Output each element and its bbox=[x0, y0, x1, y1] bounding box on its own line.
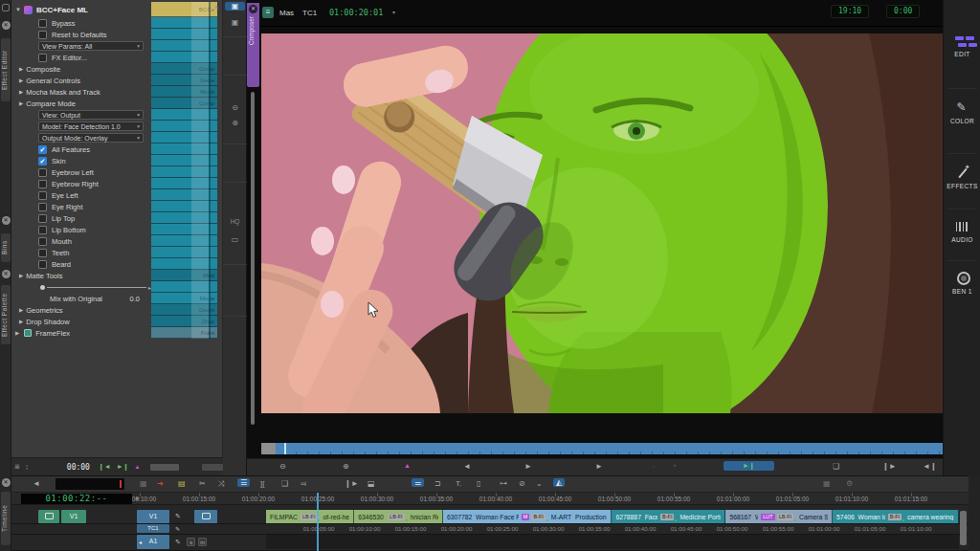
expand-triangle-icon[interactable]: ▶ bbox=[15, 330, 19, 336]
keyframe-track[interactable] bbox=[151, 109, 217, 121]
viewer-position-bar[interactable] bbox=[261, 443, 943, 454]
timeline-vertical-scrollbar[interactable] bbox=[960, 511, 967, 545]
checkbox-lip-top[interactable] bbox=[38, 214, 47, 223]
timeline-timecode[interactable]: 01:00:22:-- bbox=[21, 494, 132, 504]
bin-icon[interactable]: ▦ bbox=[140, 479, 147, 488]
play-icon[interactable]: ► bbox=[595, 462, 603, 471]
dropdown-view-params-all[interactable]: View Params: All▾ bbox=[38, 41, 144, 51]
tc1-track-button[interactable]: TC1 bbox=[137, 524, 169, 533]
keyframe-track[interactable]: Gene bbox=[151, 75, 217, 86]
close-icon[interactable]: ✕ bbox=[2, 270, 11, 278]
monitor-icon[interactable]: ▭ bbox=[225, 235, 245, 244]
checkbox-eyebrow-right[interactable] bbox=[38, 180, 47, 188]
zoom-in-icon[interactable]: ⊕ bbox=[225, 119, 245, 127]
go-to-prev-edit-icon[interactable]: ◄❙ bbox=[923, 462, 937, 471]
go-to-next-edit-icon[interactable]: ❙► bbox=[882, 462, 897, 471]
source-menu-icon[interactable]: ≡ bbox=[262, 7, 274, 18]
expand-triangle-icon[interactable]: ▶ bbox=[19, 89, 23, 95]
workspace-ben-1[interactable]: BEN 1 bbox=[944, 272, 980, 295]
keyframe-track[interactable] bbox=[151, 178, 217, 189]
track-monitor-button[interactable] bbox=[194, 510, 217, 523]
sync-lock-icon[interactable]: ⫤ bbox=[301, 479, 306, 489]
expand-triangle-icon[interactable]: ▶ bbox=[19, 319, 23, 324]
scroll-up-icon[interactable]: ▲ bbox=[213, 4, 219, 10]
grid-icon[interactable]: ▦ bbox=[823, 479, 831, 488]
keyframe-track[interactable] bbox=[151, 247, 217, 258]
keyframe-track[interactable] bbox=[151, 40, 217, 52]
workspace-audio[interactable]: AUDIO bbox=[944, 220, 980, 243]
timeline-tc-display[interactable] bbox=[56, 478, 124, 490]
tab-bins[interactable]: Bins bbox=[1, 233, 11, 262]
viewer-scrollbar[interactable] bbox=[251, 92, 255, 425]
expand-triangle-icon[interactable]: ▶ bbox=[19, 66, 23, 72]
zoom-in-icon[interactable]: ⊕ bbox=[343, 462, 349, 471]
tab-effect-editor[interactable]: Effect Editor bbox=[1, 38, 11, 101]
timeline-clip-57406-woman-looks-str[interactable]: 57406_Woman looks strB-FIcamera wearing … bbox=[833, 510, 959, 523]
timeline-clip-filmpac-part[interactable]: FILMPAC_partLB-FIof-red-headed bbox=[266, 510, 354, 523]
match-frame-icon[interactable]: ⊶ bbox=[500, 479, 507, 488]
fill-window-icon[interactable]: ▯ bbox=[477, 479, 480, 488]
keyframe-track[interactable]: Drop bbox=[151, 316, 217, 327]
source-monitor-button[interactable] bbox=[38, 510, 59, 523]
step-backward-icon[interactable]: ◄ bbox=[463, 462, 471, 471]
back-arrow-icon[interactable]: ◄ bbox=[33, 479, 40, 488]
param-value[interactable]: 0.0 bbox=[130, 295, 140, 303]
source-label[interactable]: Mas bbox=[279, 9, 294, 17]
keyframe-track[interactable]: Moch bbox=[151, 86, 217, 98]
checkbox-teeth[interactable] bbox=[38, 249, 47, 257]
close-icon[interactable]: ✕ bbox=[2, 216, 11, 225]
slider-knob[interactable] bbox=[40, 285, 45, 290]
expand-triangle-icon[interactable]: ▶ bbox=[19, 100, 23, 106]
keyframe-track[interactable] bbox=[151, 189, 217, 201]
position-playhead[interactable] bbox=[284, 443, 286, 454]
enable-effect-icon[interactable]: ▣ bbox=[225, 2, 245, 11]
workspace-effects[interactable]: EFFECTS bbox=[944, 166, 980, 189]
marker-icon[interactable]: ▲ bbox=[404, 462, 411, 469]
timeline-playhead[interactable] bbox=[317, 493, 319, 551]
keyframe-track[interactable] bbox=[151, 224, 217, 235]
keyframe-track[interactable] bbox=[151, 121, 217, 132]
pencil-icon[interactable]: ✎ bbox=[175, 539, 181, 546]
scissors-icon[interactable]: ✂ bbox=[199, 479, 206, 488]
keyframe-track[interactable] bbox=[151, 132, 217, 143]
close-icon[interactable]: ✕ bbox=[249, 5, 257, 13]
disable-icon[interactable]: ⊘ bbox=[519, 479, 525, 488]
timeline-clip-568167-womar[interactable]: 568167_WomarLUTLB-FICamera Smiling bbox=[725, 510, 832, 523]
zoom-out-icon[interactable]: ⊖ bbox=[225, 103, 245, 112]
timeline-ruler[interactable]: 01:00:05:0001:00:10:0001:00:15:0001:00:2… bbox=[11, 493, 969, 505]
checkbox-fx-editor[interactable] bbox=[38, 54, 47, 62]
segment-mode-icon[interactable]: ☰ bbox=[237, 478, 250, 487]
smart-tool-icon[interactable]: ▤ bbox=[178, 479, 186, 488]
checkbox-beard[interactable] bbox=[38, 260, 47, 269]
link-selection-icon[interactable]: ⊐ bbox=[434, 479, 441, 488]
keyframe-track[interactable] bbox=[151, 212, 217, 224]
keyframe-track[interactable] bbox=[151, 201, 217, 212]
checkbox-reset-to-defaults[interactable] bbox=[38, 31, 47, 39]
overwrite-icon[interactable]: ❏ bbox=[281, 479, 288, 488]
solo-button[interactable]: s bbox=[187, 538, 195, 546]
title-tool-icon[interactable]: T. bbox=[456, 479, 461, 488]
marker-icon[interactable]: ▲ bbox=[135, 464, 141, 470]
source-track-v1-button[interactable]: V1 bbox=[61, 510, 86, 523]
checkbox-eye-right[interactable] bbox=[38, 203, 47, 211]
dropdown-output-mode-overlay[interactable]: Output Mode: Overlay▾ bbox=[38, 133, 144, 143]
video-quality-icon[interactable]: ⚌ bbox=[412, 478, 424, 487]
keyframe-track[interactable]: Comp bbox=[151, 63, 217, 75]
checkbox-skin[interactable]: ✔ bbox=[38, 157, 47, 165]
pencil-icon[interactable]: ✎ bbox=[175, 525, 180, 532]
tab-effect-palette[interactable]: Effect Palette bbox=[1, 285, 11, 344]
a1-track-button[interactable]: A1 ◄ bbox=[137, 535, 169, 549]
trim-mode-icon[interactable]: ⤨ bbox=[218, 479, 224, 489]
keyframe-track[interactable] bbox=[151, 166, 217, 178]
step-forward-icon[interactable]: ► bbox=[524, 462, 532, 471]
effect-scrollbar[interactable] bbox=[150, 464, 179, 471]
play-in-to-out-button[interactable]: ►❙ bbox=[724, 461, 774, 471]
viewer-timecode[interactable]: 01:00:20:01 bbox=[329, 8, 383, 17]
keyframe-track[interactable] bbox=[151, 258, 217, 270]
monitor-icon[interactable]: ⬓ bbox=[368, 479, 375, 488]
keyframe-track[interactable]: BCC+ bbox=[151, 2, 217, 17]
settings-icon[interactable]: ⚙ bbox=[846, 479, 853, 488]
slider-track[interactable] bbox=[47, 287, 146, 288]
chevron-down-icon[interactable]: ▾ bbox=[392, 9, 395, 15]
checkbox-bypass[interactable] bbox=[38, 19, 47, 28]
